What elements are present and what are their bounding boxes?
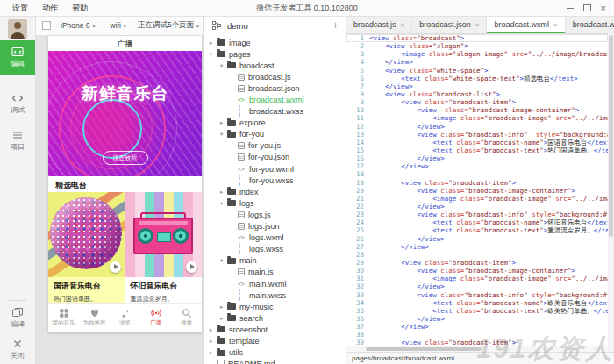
radio-card-list: 国语音乐电台热门国语单曲。怀旧音乐电台重温流金岁月。 [48,192,202,303]
radio-card-1[interactable]: 国语音乐电台热门国语单曲。 [48,192,125,303]
code-line: 5 <view class="white-space"> [346,67,608,75]
debug-pages-select[interactable]: 正在调试5个页面 ▾ [138,20,199,31]
code-text: <view class="braodcast-info" style="back… [369,291,608,299]
device-select[interactable]: iPhone 6 ▾ [61,21,96,30]
code-editor[interactable]: 1<view class="broadcast">2 <view class="… [346,33,608,352]
editor-tab-broadcast.js[interactable]: broadcast.js× [346,16,412,33]
tree-item-main.wxss[interactable]: ( )main.wxss [204,289,346,301]
tree-item-for-you.wxss[interactable]: ( )for-you.wxss [204,175,346,186]
editor-statusbar: pages/broadcast/broadcast.wxml [346,352,614,364]
tree-item-main[interactable]: ▾main [204,255,346,267]
menu-item[interactable]: 设置 [5,3,35,14]
code-line: 23 <view class="braodcast-info" style="b… [346,211,608,218]
tree-item-for-you.js[interactable]: for-you.js [204,140,346,152]
tree-item-srceenshot[interactable]: ▸srceenshot [204,324,346,335]
arrow-collapsed-icon: ▸ [220,303,227,310]
line-number: 13 [346,131,369,139]
tab-broadcast[interactable]: 广播 [140,304,171,332]
close-tab-icon[interactable]: × [553,21,558,29]
tree-item-main.js[interactable]: main.js [204,267,346,278]
sidebar-close-button[interactable]: 关闭 [0,339,35,360]
sidebar-project-button[interactable]: 项目 [0,130,35,152]
tab-label: 广播 [140,319,171,327]
tree-item-broadcast[interactable]: ▾broadcast [204,60,346,71]
scrollbar-thumb[interactable] [366,347,482,351]
tree-item-image[interactable]: ▸image [204,37,346,48]
project-header: demo + [204,16,346,35]
tree-item-main.wxml[interactable]: <>main.wxml [204,278,346,289]
sidebar-debug-button[interactable]: 调试 [0,93,35,115]
sidebar-edit-button[interactable]: 编辑 [0,40,35,75]
tree-item-broadcast.js[interactable]: broadcast.js [204,71,346,82]
tree-item-logs.js[interactable]: logs.js [204,209,346,220]
tree-item-logs.wxss[interactable]: ( )logs.wxss [204,244,346,255]
tree-item-index[interactable]: ▸index [204,186,346,197]
tree-item-for-you.json[interactable]: for-you.json [204,152,346,163]
menu-item[interactable]: 动作 [35,3,65,14]
editor-tab-label: broadcast.json [419,20,471,29]
minimize-button[interactable] [567,8,574,9]
tree-item-pages[interactable]: ▾pages [204,48,346,60]
tree-item-broadcast.json[interactable]: broadcast.json [204,82,346,94]
tree-item-for-you[interactable]: ▾for-you [204,129,346,140]
close-tab-icon[interactable]: × [475,21,480,29]
scrollbar-thumb[interactable] [609,35,613,237]
code-text: </view> [369,162,429,170]
window-controls: × [567,4,614,11]
editor-tab-broadcast.json[interactable]: broadcast.json× [412,16,487,33]
tree-item-label: for-you.wxml [249,165,294,174]
editor-tab-broadcast.wxml[interactable]: broadcast.wxml× [487,16,565,33]
tab-search[interactable]: 搜索 [171,304,202,332]
vertical-scrollbar[interactable] [608,33,614,352]
tree-item-logs.wxml[interactable]: <>logs.wxml [204,232,346,244]
tree-item-README.md[interactable]: README.md [204,359,346,364]
code-line: 1<view class="broadcast"> [346,34,608,42]
add-file-button[interactable]: + [332,21,339,30]
menu-item[interactable]: 帮助 [65,3,95,14]
code-line: 20 <view class="braodcast-image-containe… [346,187,608,195]
tree-item-label: broadcast.js [248,73,291,82]
tree-item-explore[interactable]: ▸explore [204,118,346,129]
tree-item-broadcast.wxml[interactable]: <>broadcast.wxml [204,94,346,105]
radio-card-2[interactable]: 怀旧音乐电台重温流金岁月。 [125,192,203,303]
tree-item-utils[interactable]: ▸utils [204,347,346,359]
sidebar-compile-button[interactable]: 编译 [0,307,35,329]
tree-item-label: main.wxml [249,280,287,289]
listen-now-button[interactable]: 现在收听 [103,151,148,165]
tree-item-logs[interactable]: ▾logs [204,197,346,209]
toolbar-checkbox[interactable] [42,21,51,30]
code-editor-panel: broadcast.js×broadcast.json×broadcast.wx… [346,16,614,364]
maximize-button[interactable] [583,4,591,11]
code-text: <text class="braodcast-text">欧美热门单曲。</te… [369,307,608,315]
tree-item-search[interactable]: ▸search [204,312,346,324]
code-line: 7 </view> [346,82,608,90]
section-title: 精选电台 [55,180,87,191]
tab-grid[interactable]: 我的音乐 [48,304,79,332]
code-line: 9 <view class="braodcast-item"> [346,98,608,106]
play-button[interactable] [110,261,121,273]
folder-icon [227,62,236,68]
line-number: 19 [346,179,369,187]
network-select[interactable]: wifi ▾ [111,21,126,30]
user-avatar[interactable] [8,19,27,39]
code-line: 24 <text class="braodcast-name">怀旧音乐电台</… [346,218,608,226]
tree-item-template[interactable]: ▸template [204,335,346,346]
code-line: 21 <image class="braodcast-image" src=".… [346,195,608,203]
close-tab-icon[interactable]: × [401,21,405,29]
tree-item-for-you.wxml[interactable]: <>for-you.wxml [204,163,346,175]
play-button[interactable] [186,261,197,273]
file-icon [217,360,225,364]
line-number: 21 [346,195,369,203]
code-text: <image class="braodcast-image" src="../.… [369,195,608,203]
editor-tab-broadcast.wxss[interactable]: broadcast.wxss× [566,16,614,33]
line-number: 2 [346,42,369,50]
tree-item-broadcast.wxss[interactable]: ( )broadcast.wxss [204,106,346,118]
tab-note[interactable]: 浏览 [110,304,140,332]
card-artwork [48,192,125,277]
tree-item-my-music[interactable]: ▸my-music [204,301,346,312]
tree-item-logs.json[interactable]: logs.json [204,221,346,232]
line-number: 32 [346,282,369,290]
close-window-button[interactable]: × [601,4,606,11]
js-file-icon [238,268,245,275]
tab-heart[interactable]: 为你推荐 [79,304,110,332]
